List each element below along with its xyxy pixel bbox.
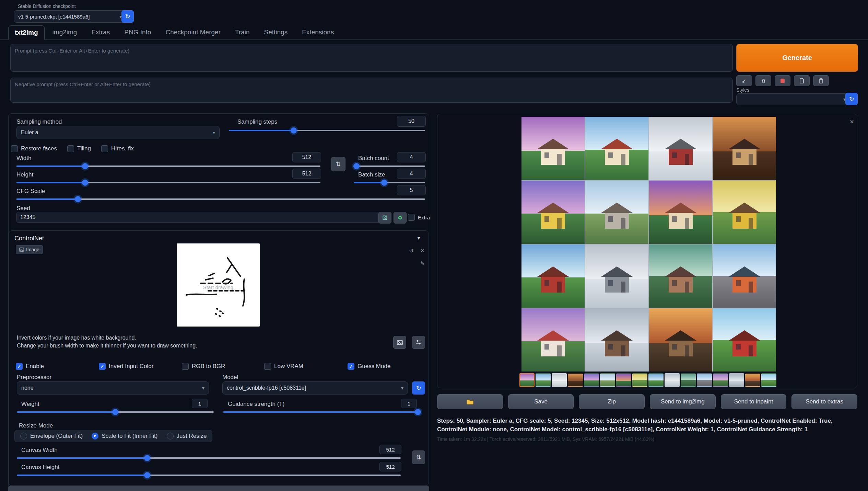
- resize-scale-to-fit-radio[interactable]: Scale to Fit (Inner Fit): [92, 433, 157, 439]
- enable-checkbox[interactable]: Enable: [16, 363, 44, 370]
- gallery-thumbnail[interactable]: [697, 373, 712, 387]
- close-gallery-button[interactable]: ×: [848, 117, 856, 126]
- gallery-image[interactable]: [713, 244, 776, 308]
- tab-checkpoint-merger[interactable]: Checkpoint Merger: [159, 25, 227, 39]
- tab-extras[interactable]: Extras: [85, 25, 116, 39]
- gallery-image[interactable]: [585, 117, 648, 180]
- gallery-thumbnail[interactable]: [713, 373, 728, 387]
- weight-input[interactable]: 1: [192, 399, 208, 408]
- low-vram-checkbox[interactable]: Low VRAM: [264, 363, 303, 370]
- height-input[interactable]: 512: [292, 169, 321, 179]
- apply-style-button[interactable]: [794, 75, 810, 86]
- tab-txt2img[interactable]: txt2img: [8, 25, 45, 40]
- gallery-image[interactable]: [713, 117, 776, 180]
- styles-dropdown[interactable]: ▾: [736, 93, 850, 105]
- collapsed-script-section[interactable]: [8, 486, 429, 491]
- zip-button[interactable]: Zip: [579, 394, 645, 409]
- prompt-input[interactable]: [10, 44, 733, 72]
- gallery-image[interactable]: [649, 117, 712, 180]
- gallery-thumbnail[interactable]: [568, 373, 583, 387]
- brush-button[interactable]: ✎: [418, 260, 427, 267]
- generate-button[interactable]: Generate: [736, 44, 858, 72]
- gallery-image[interactable]: [521, 181, 585, 244]
- guidance-strength-slider[interactable]: [223, 409, 420, 415]
- open-folder-button[interactable]: [437, 394, 503, 409]
- invert-input-color-checkbox[interactable]: Invert Input Color: [99, 363, 153, 370]
- preprocessor-dropdown[interactable]: none ▾: [17, 381, 209, 395]
- width-slider[interactable]: [16, 163, 320, 169]
- gallery-thumbnail[interactable]: [600, 373, 615, 387]
- paste-params-button[interactable]: ↙: [736, 75, 752, 86]
- save-style-button[interactable]: [775, 75, 790, 86]
- send-to-img2img-button[interactable]: Send to img2img: [650, 394, 716, 409]
- hires-fix-checkbox[interactable]: Hires. fix: [101, 145, 134, 152]
- clear-prompt-button[interactable]: [755, 75, 771, 86]
- scribble-canvas[interactable]: Start drawing: [177, 243, 260, 327]
- swap-canvas-dims-button[interactable]: ⇅: [412, 450, 425, 464]
- canvas-height-slider[interactable]: [17, 472, 401, 478]
- clear-canvas-button[interactable]: ×: [418, 247, 427, 254]
- width-input[interactable]: 512: [292, 152, 321, 162]
- gallery-thumbnail[interactable]: [665, 373, 680, 387]
- styles-refresh-button[interactable]: ↻: [845, 93, 858, 105]
- model-refresh-button[interactable]: ↻: [412, 381, 425, 395]
- gallery-image[interactable]: [521, 244, 585, 308]
- canvas-height-input[interactable]: 512: [379, 462, 401, 471]
- checkpoint-dropdown[interactable]: v1-5-pruned.ckpt [e1441589a6] ▾: [14, 10, 126, 23]
- save-button[interactable]: Save: [508, 394, 574, 409]
- seed-extra-checkbox[interactable]: Extra: [408, 214, 430, 221]
- gallery-thumbnail[interactable]: [552, 373, 567, 387]
- reuse-seed-button[interactable]: ♻: [394, 212, 407, 224]
- tab-settings[interactable]: Settings: [258, 25, 294, 39]
- sampling-steps-input[interactable]: 50: [397, 116, 426, 127]
- tab-png-info[interactable]: PNG Info: [118, 25, 157, 39]
- controlnet-title[interactable]: ControlNet: [14, 235, 44, 242]
- gallery-thumbnail[interactable]: [536, 373, 551, 387]
- collapse-arrow-icon[interactable]: ▼: [417, 236, 421, 241]
- gallery-thumbnail[interactable]: [584, 373, 599, 387]
- extra-networks-button[interactable]: [813, 75, 829, 86]
- random-seed-button[interactable]: ⚄: [378, 212, 391, 224]
- gallery-image[interactable]: [713, 181, 776, 244]
- tiling-checkbox[interactable]: Tiling: [67, 145, 91, 152]
- guidance-strength-input[interactable]: 1: [401, 399, 417, 408]
- gallery-thumbnail[interactable]: [519, 373, 535, 387]
- batch-count-input[interactable]: 4: [397, 152, 426, 162]
- canvas-width-slider[interactable]: [17, 455, 401, 461]
- gallery-thumbnail[interactable]: [681, 373, 696, 387]
- cfg-scale-input[interactable]: 5: [397, 185, 426, 195]
- gallery-image[interactable]: [521, 308, 585, 372]
- canvas-settings-button[interactable]: [412, 336, 425, 349]
- model-dropdown[interactable]: control_scribble-fp16 [c508311e] ▾: [222, 381, 408, 395]
- tab-img2img[interactable]: img2img: [46, 25, 84, 39]
- gallery-thumbnail[interactable]: [745, 373, 760, 387]
- gallery-thumbnail[interactable]: [729, 373, 744, 387]
- guess-mode-checkbox[interactable]: Guess Mode: [348, 363, 390, 370]
- send-to-inpaint-button[interactable]: Send to inpaint: [721, 394, 787, 409]
- sampling-method-dropdown[interactable]: Euler a ▾: [16, 126, 220, 139]
- controlnet-image-tab[interactable]: Image: [16, 245, 43, 254]
- gallery-image[interactable]: [713, 308, 776, 372]
- gallery-image[interactable]: [649, 244, 712, 308]
- swap-width-height-button[interactable]: ⇅: [331, 157, 345, 171]
- resize-envelope-radio[interactable]: Envelope (Outer Fit): [20, 433, 83, 439]
- gallery-image[interactable]: [585, 181, 648, 244]
- batch-size-input[interactable]: 4: [397, 169, 426, 179]
- height-slider[interactable]: [16, 180, 320, 186]
- tab-extensions[interactable]: Extensions: [295, 25, 340, 39]
- gallery-image[interactable]: [649, 181, 712, 244]
- tab-train[interactable]: Train: [228, 25, 256, 39]
- restore-faces-checkbox[interactable]: Restore faces: [11, 145, 57, 152]
- weight-slider[interactable]: [17, 409, 214, 415]
- resize-just-resize-radio[interactable]: Just Resize: [167, 433, 207, 439]
- gallery-thumbnail[interactable]: [632, 373, 647, 387]
- gallery-image[interactable]: [649, 308, 712, 372]
- canvas-width-input[interactable]: 512: [379, 445, 401, 454]
- negative-prompt-input[interactable]: [10, 78, 733, 103]
- gallery-thumbnail[interactable]: [761, 373, 776, 387]
- send-to-extras-button[interactable]: Send to extras: [791, 394, 857, 409]
- rgb-to-bgr-checkbox[interactable]: RGB to BGR: [182, 363, 225, 370]
- undo-canvas-button[interactable]: ↺: [407, 247, 416, 254]
- seed-input[interactable]: 12345: [16, 212, 383, 223]
- gallery-thumbnail[interactable]: [648, 373, 664, 387]
